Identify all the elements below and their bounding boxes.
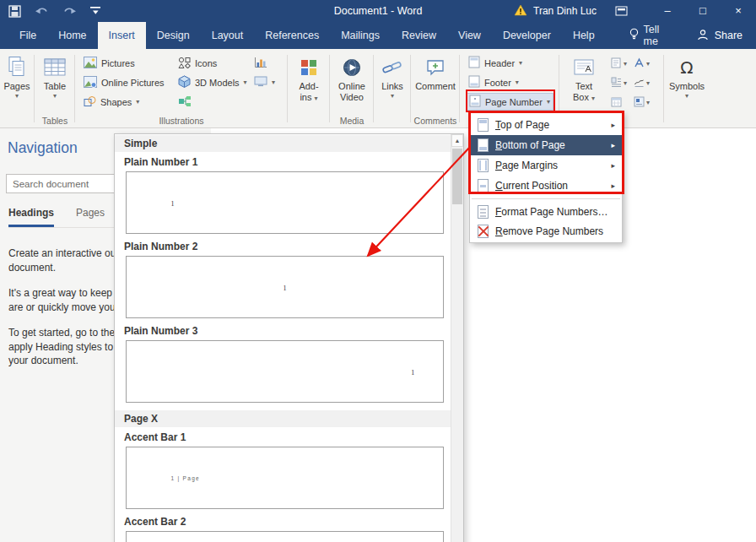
account-status[interactable]: Tran Dinh Luc — [514, 4, 597, 19]
redo-icon[interactable] — [62, 6, 77, 16]
pages-button[interactable]: Pages ▾ — [2, 53, 32, 100]
header-button[interactable]: Header ▾ — [466, 54, 554, 72]
icons-button[interactable]: Icons — [176, 54, 250, 72]
chart-button[interactable] — [251, 54, 278, 72]
minimize-button[interactable]: – — [650, 0, 685, 22]
group-separator — [410, 55, 411, 122]
tab-pages[interactable]: Pages — [76, 207, 105, 227]
tab-help[interactable]: Help — [562, 22, 606, 49]
quick-parts-button[interactable]: ▾ — [609, 55, 631, 73]
close-button[interactable]: × — [721, 0, 756, 22]
tab-home[interactable]: Home — [47, 22, 97, 49]
date-time-button[interactable] — [609, 94, 631, 111]
submenu-arrow-icon: ▸ — [611, 121, 615, 129]
3d-models-button[interactable]: 3D Models ▾ — [176, 73, 250, 91]
dropdown-arrow-icon: ▾ — [624, 79, 627, 87]
preview-page-number: 1 — [284, 285, 287, 292]
share-button[interactable]: Share — [683, 22, 756, 49]
online-pictures-button[interactable]: Online Pictures — [81, 73, 167, 91]
remove-page-numbers-icon — [478, 225, 489, 238]
menu-item-page-margins[interactable]: Page Margins ▸ — [470, 155, 622, 176]
top-of-page-icon — [478, 118, 489, 132]
scrollbar-thumb[interactable] — [452, 149, 462, 204]
dropdown-arrow-icon: ▾ — [53, 92, 57, 100]
text-box-icon — [574, 53, 594, 81]
pictures-button[interactable]: Pictures — [81, 54, 167, 72]
dropdown-arrow-icon: ▾ — [591, 95, 595, 102]
tab-mailings[interactable]: Mailings — [330, 22, 391, 49]
tell-me-box[interactable]: Tell me — [619, 22, 683, 49]
wordart-button[interactable]: ▾ — [632, 55, 654, 73]
add-ins-icon — [300, 53, 317, 81]
screenshot-button[interactable]: ▾ — [251, 73, 278, 91]
menu-item-bottom-of-page[interactable]: Bottom of Page ▸ — [470, 135, 622, 155]
tab-view[interactable]: View — [447, 22, 492, 49]
add-ins-button[interactable]: Add-ins ▾ — [290, 53, 327, 102]
group-addins: Add-ins ▾ — [289, 49, 329, 127]
gallery-scrollbar[interactable]: ▲ — [451, 134, 463, 542]
submenu-arrow-icon: ▸ — [611, 182, 615, 190]
dropdown-arrow-icon: ▾ — [244, 79, 247, 86]
header-icon — [468, 56, 480, 70]
gallery-item-accent-bar-1[interactable]: 1 | Page — [126, 447, 444, 509]
drop-cap-icon — [611, 77, 622, 89]
tab-file[interactable]: File — [8, 22, 47, 49]
group-separator — [373, 55, 374, 122]
object-button[interactable]: ▾ — [632, 94, 654, 111]
gallery-item-plain-number-3[interactable]: 1 — [126, 340, 444, 403]
gallery-item-plain-number-2[interactable]: 1 — [126, 256, 444, 318]
tab-references[interactable]: References — [254, 22, 330, 49]
menu-item-current-position[interactable]: Current Position ▸ — [470, 176, 622, 196]
group-label-tables: Tables — [35, 116, 74, 126]
dropdown-arrow-icon: ▾ — [685, 92, 688, 100]
links-button[interactable]: Links ▾ — [375, 53, 409, 100]
signature-line-button[interactable]: ▾ — [632, 74, 654, 92]
omega-symbol-icon: Ω — [680, 53, 693, 81]
group-separator — [459, 55, 460, 122]
text-box-button[interactable]: Text Box ▾ — [564, 53, 604, 102]
comment-button[interactable]: Comment — [413, 53, 457, 92]
group-media: Online Video Media — [331, 49, 373, 127]
word-window: Document1 - Word Tran Dinh Luc – □ × Fil… — [0, 0, 756, 542]
smartart-button[interactable] — [176, 93, 250, 111]
customize-quick-access-icon[interactable] — [90, 6, 101, 16]
gallery-item-accent-bar-2[interactable] — [126, 531, 444, 542]
tab-review[interactable]: Review — [391, 22, 447, 49]
shapes-button[interactable]: Shapes ▾ — [81, 93, 167, 111]
online-video-button[interactable]: Online Video — [332, 53, 371, 102]
user-name: Tran Dinh Luc — [533, 5, 597, 17]
tab-developer[interactable]: Developer — [492, 22, 562, 49]
menu-item-top-of-page[interactable]: Top of Page ▸ — [470, 115, 622, 135]
titlebar-right: Tran Dinh Luc – □ × — [514, 0, 756, 22]
screenshot-icon — [254, 76, 267, 89]
undo-icon[interactable] — [35, 6, 49, 16]
gallery-section-header: Simple — [115, 135, 451, 152]
quick-parts-icon — [611, 57, 622, 70]
bottom-of-page-icon — [478, 138, 489, 152]
table-button[interactable]: Table ▾ — [37, 53, 73, 100]
drop-cap-button[interactable]: ▾ — [609, 74, 631, 92]
menu-item-remove-page-numbers[interactable]: Remove Page Numbers — [470, 221, 622, 241]
footer-button[interactable]: Footer ▾ — [466, 73, 554, 91]
ribbon-display-options-icon[interactable] — [615, 6, 628, 16]
symbols-button[interactable]: Ω Symbols ▾ — [668, 53, 705, 100]
menu-item-format-page-numbers[interactable]: Format Page Numbers… — [470, 202, 622, 221]
gallery-section-header: Page X — [115, 410, 451, 427]
online-pictures-icon — [84, 76, 97, 89]
ribbon-tab-bar: File Home Insert Design Layout Reference… — [0, 22, 756, 49]
group-illustrations: Pictures Online Pictures Shapes ▾ — [76, 49, 287, 127]
tab-design[interactable]: Design — [146, 22, 201, 49]
page-number-button[interactable]: Page Number ▾ — [466, 93, 554, 111]
save-icon[interactable] — [8, 5, 21, 18]
lightbulb-icon — [629, 28, 639, 43]
tab-layout[interactable]: Layout — [201, 22, 255, 49]
tab-insert[interactable]: Insert — [98, 22, 146, 49]
gallery-item-label: Plain Number 1 — [124, 157, 451, 168]
links-icon — [382, 53, 402, 81]
smartart-icon — [178, 95, 192, 109]
gallery-item-plain-number-1[interactable]: 1 — [126, 171, 444, 234]
maximize-button[interactable]: □ — [685, 0, 721, 22]
tab-headings[interactable]: Headings — [8, 207, 54, 227]
scroll-up-icon[interactable]: ▲ — [451, 134, 463, 147]
page-margins-icon — [478, 159, 489, 172]
